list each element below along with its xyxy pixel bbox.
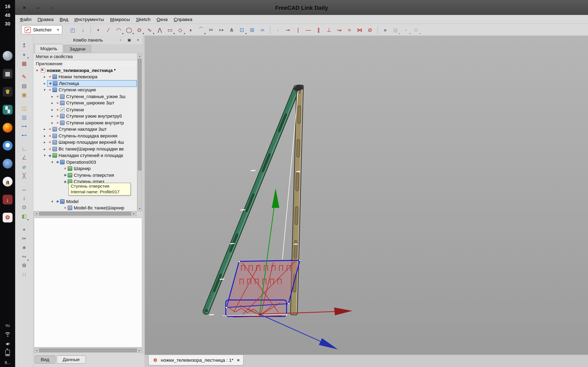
tree-item[interactable]: ▸×Ножки телевизора <box>34 74 137 80</box>
tree-item[interactable]: ▸×Ступени <box>34 106 137 113</box>
property-horizontal-scrollbar[interactable]: ◂ ▸ <box>34 348 142 353</box>
volume-muted-icon[interactable]: ◀× <box>5 342 9 346</box>
tree-expand-arrow[interactable]: ▸ <box>42 82 47 85</box>
create-polygon[interactable]: ◇▾ <box>176 25 185 34</box>
freecad-app[interactable]: ⚙ <box>3 213 12 222</box>
preferences-tool[interactable]: ⚙ <box>20 261 29 270</box>
amazon-app[interactable]: a <box>3 177 12 187</box>
constraint-symmetric[interactable]: ⋈ <box>355 25 365 34</box>
panel-splitter[interactable] <box>143 35 144 355</box>
dimension-horizontal[interactable]: ↔ <box>20 185 29 194</box>
tab-view[interactable]: Вид <box>35 355 55 364</box>
scrollbar-thumb[interactable] <box>39 212 131 216</box>
constraint-block[interactable]: ⊘ <box>365 25 375 34</box>
scrollbar-thumb[interactable] <box>138 59 141 170</box>
scrollbar-thumb[interactable] <box>39 349 137 352</box>
tab-tasks[interactable]: Задачи <box>64 45 91 53</box>
tree-item[interactable]: ▾◉Model <box>34 198 137 205</box>
menu-item[interactable]: Вид <box>57 16 71 23</box>
tab-data[interactable]: Данные <box>57 355 86 364</box>
tree-item[interactable]: ▸×Ступени_широкие 3шт <box>34 100 137 106</box>
style-override[interactable]: ◧▾ <box>20 212 29 221</box>
external-geometry[interactable]: ⊡▾ <box>237 25 247 34</box>
tree-expand-arrow[interactable]: ▸ <box>50 114 55 118</box>
downloads-app[interactable]: ↓ <box>3 195 12 205</box>
create-circle[interactable]: ◯▾ <box>124 25 134 34</box>
tree-expand-arrow[interactable]: ▸ <box>42 134 47 138</box>
web-browser-app[interactable] <box>3 159 12 169</box>
tree-expand-arrow[interactable]: ▸ <box>42 75 47 79</box>
tab-model[interactable]: Модель <box>35 44 63 53</box>
map-sketch[interactable]: ▣ <box>20 90 29 99</box>
panel-maximize-button[interactable]: ▣ <box>126 37 132 43</box>
tree-expand-arrow[interactable]: ▸ <box>50 95 55 98</box>
games-app[interactable]: ♛ <box>3 87 12 97</box>
scroll-right-icon[interactable]: ▸ <box>137 348 142 352</box>
scroll-right-icon[interactable]: ▸ <box>131 212 136 216</box>
tree-item[interactable]: ▸×Вс танке(Шарнир площадки ве <box>34 146 137 152</box>
constraint-point-on-object[interactable]: ⊸ <box>283 25 293 34</box>
tree-expand-arrow[interactable]: ▸ <box>42 141 47 144</box>
trim-edge[interactable]: ✂ <box>207 25 216 34</box>
close-icon[interactable]: × <box>237 358 240 363</box>
chromium-app[interactable] <box>3 141 12 151</box>
tree-item[interactable]: ▸◉Лестница <box>34 80 137 87</box>
dot-grid-tool[interactable]: ∷ <box>20 270 29 279</box>
tree-item[interactable]: ▾ножки_телевизора_лестница * <box>34 67 137 74</box>
tree-item[interactable]: ◉Ступень отверстия <box>34 172 137 178</box>
window-titlebar[interactable]: × – ▫ FreeCAD Link Daily <box>15 0 588 15</box>
tree-expand-arrow[interactable]: ▸ <box>42 127 47 131</box>
measure-diameter[interactable]: ⌀ <box>20 162 29 171</box>
tree-expand-arrow[interactable]: ▸ <box>50 101 55 105</box>
measure-angle[interactable]: ∠ <box>20 153 29 162</box>
create-link-group[interactable]: ⊷ <box>20 131 29 140</box>
terminal-app[interactable]: ▦ <box>3 69 12 79</box>
create-line[interactable]: ∕ <box>104 25 113 34</box>
tree-expand-arrow[interactable]: ▾ <box>42 154 47 157</box>
constraint-vertical[interactable]: ∣ <box>293 25 303 34</box>
create-part[interactable]: ◫ <box>20 104 29 113</box>
tree-horizontal-scrollbar[interactable]: ◂ ▸ <box>34 211 137 216</box>
scroll-left-icon[interactable]: ◂ <box>34 212 39 216</box>
carbon-copy[interactable]: ⊞ <box>247 25 257 34</box>
constraint-perpendicular[interactable]: ⊥ <box>324 25 334 34</box>
tree-expand-arrow[interactable]: ▾ <box>35 68 39 72</box>
dimension-radius[interactable]: ⊙ <box>20 203 29 212</box>
menu-item[interactable]: Справка <box>171 16 195 23</box>
measure-distance[interactable]: ∟ <box>20 144 29 153</box>
texture-tool[interactable]: ∗ <box>20 243 29 252</box>
menu-item[interactable]: Макросы <box>107 16 133 23</box>
clear-measurement[interactable]: ╳ <box>20 171 29 180</box>
selection-view[interactable]: ⌖ <box>20 225 29 234</box>
create-arc[interactable]: ◠▾ <box>114 25 123 34</box>
menu-item[interactable]: Файл <box>17 16 35 23</box>
construction-mode[interactable]: ≍ <box>258 25 267 34</box>
tree-item[interactable]: ▸×Ступени узкие внутритруб <box>34 113 137 119</box>
tree-item[interactable]: ▸×Ступени широкие внутритр <box>34 119 137 126</box>
menu-item[interactable]: Инструменты <box>71 16 107 23</box>
toolbar-overflow[interactable]: » <box>380 25 390 34</box>
create-slot[interactable]: ◖ <box>186 25 195 34</box>
constraint-equal[interactable]: = <box>345 25 354 34</box>
create-conic[interactable]: ⊙▾ <box>135 25 144 34</box>
tree-expand-arrow[interactable]: ▾ <box>42 88 47 92</box>
tree-item[interactable]: ▾×Ступени несущие <box>34 87 137 93</box>
appearance[interactable]: ●▾ <box>20 50 29 59</box>
files-app[interactable] <box>3 51 12 61</box>
export-object[interactable]: ↥ <box>20 41 29 50</box>
tree-item[interactable]: ×Model-Вс танке(Шарнир <box>34 205 137 211</box>
create-group[interactable]: ▥ <box>20 113 29 122</box>
document-tab[interactable]: ⚙ ножки_телевизора_лестница : 1* × <box>148 355 244 365</box>
tree-vertical-scrollbar[interactable]: ▴ ▾ <box>137 54 142 211</box>
tree-expand-arrow[interactable]: ▾ <box>50 160 55 164</box>
dimension-vertical[interactable]: ↕ <box>20 194 29 203</box>
scroll-down-icon[interactable]: ▾ <box>138 206 142 211</box>
keyboard-layout-indicator[interactable]: ru <box>6 323 9 328</box>
clip-plane[interactable]: ✂ <box>20 234 29 243</box>
scroll-left-icon[interactable]: ◂ <box>34 348 39 352</box>
tree-item[interactable]: ▸×Шарнир площадки верхней 4ш <box>34 139 137 146</box>
spline-tools[interactable]: ∾▾ <box>20 252 29 261</box>
retro-game-app[interactable]: ▚ <box>3 105 12 115</box>
constraint-horizontal[interactable]: ― <box>303 25 313 34</box>
new-sketch[interactable]: ✎ <box>20 72 29 81</box>
